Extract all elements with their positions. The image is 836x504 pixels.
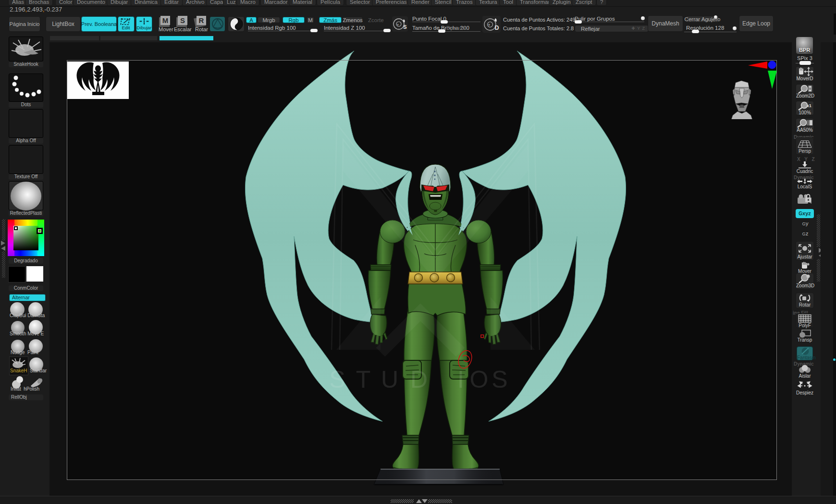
svg-text:x1: x1 [807,103,811,108]
